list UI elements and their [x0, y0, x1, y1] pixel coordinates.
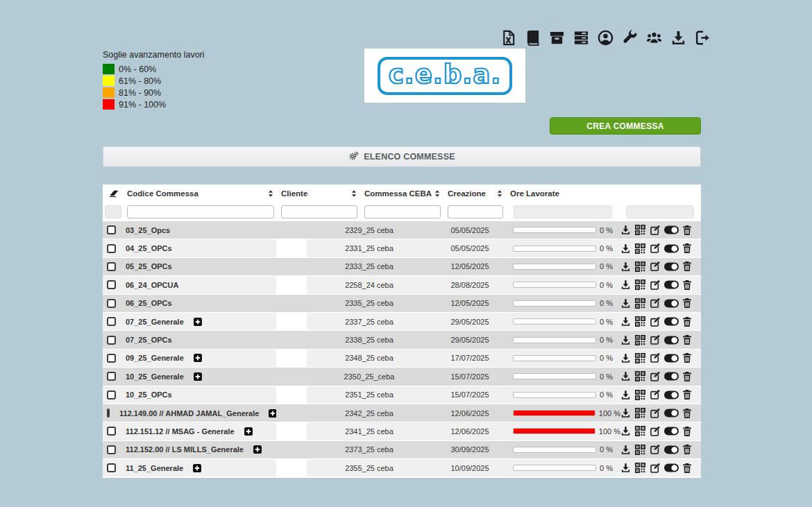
- trash-icon[interactable]: [682, 463, 692, 474]
- edit-icon[interactable]: [650, 426, 661, 437]
- download-icon[interactable]: [620, 225, 631, 235]
- toggle-icon[interactable]: [664, 390, 679, 399]
- trash-icon[interactable]: [682, 243, 692, 254]
- qrcode-icon[interactable]: [634, 370, 646, 382]
- edit-icon[interactable]: [650, 280, 661, 291]
- trash-icon[interactable]: [682, 316, 692, 327]
- row-checkbox[interactable]: [107, 463, 116, 472]
- qrcode-icon[interactable]: [634, 407, 646, 419]
- row-checkbox[interactable]: [107, 336, 116, 345]
- download-icon[interactable]: [620, 280, 631, 290]
- toggle-icon[interactable]: [664, 336, 679, 345]
- qrcode-icon[interactable]: [634, 261, 646, 273]
- filter-input-cliente[interactable]: [281, 205, 357, 218]
- row-checkbox[interactable]: [107, 299, 116, 308]
- edit-icon[interactable]: [650, 389, 661, 400]
- toggle-icon[interactable]: [664, 445, 679, 454]
- qrcode-icon[interactable]: [634, 279, 646, 291]
- excel-export-icon[interactable]: [500, 29, 516, 46]
- toggle-icon[interactable]: [664, 372, 679, 381]
- toggle-icon[interactable]: [664, 409, 679, 418]
- row-checkbox[interactable]: [107, 280, 116, 289]
- sort-icon-commessa-ceba[interactable]: [434, 189, 440, 198]
- qrcode-icon[interactable]: [634, 352, 646, 364]
- row-checkbox[interactable]: [107, 244, 116, 253]
- qrcode-icon[interactable]: [634, 425, 646, 437]
- qrcode-icon[interactable]: [634, 224, 646, 236]
- plus-square-icon[interactable]: [193, 464, 201, 472]
- qrcode-icon[interactable]: [634, 389, 646, 401]
- toggle-icon[interactable]: [664, 244, 679, 253]
- row-checkbox[interactable]: [107, 225, 116, 234]
- edit-icon[interactable]: [650, 261, 661, 272]
- row-checkbox[interactable]: [107, 317, 116, 326]
- server-icon[interactable]: [573, 29, 589, 46]
- trash-icon[interactable]: [682, 371, 692, 382]
- download-icon[interactable]: [620, 316, 631, 327]
- edit-icon[interactable]: [650, 444, 661, 455]
- plus-square-icon[interactable]: [244, 427, 253, 436]
- trash-icon[interactable]: [682, 261, 692, 272]
- users-icon[interactable]: [645, 29, 662, 46]
- trash-icon[interactable]: [682, 426, 692, 437]
- download-icon[interactable]: [620, 298, 631, 309]
- download-icon[interactable]: [620, 335, 631, 345]
- edit-icon[interactable]: [650, 334, 661, 345]
- qrcode-icon[interactable]: [634, 316, 646, 327]
- row-checkbox[interactable]: [107, 262, 116, 271]
- plus-square-icon[interactable]: [194, 354, 202, 362]
- edit-icon[interactable]: [650, 371, 661, 382]
- eraser-icon[interactable]: [108, 188, 121, 199]
- edit-icon[interactable]: [650, 225, 661, 236]
- qrcode-icon[interactable]: [634, 444, 646, 456]
- download-icon[interactable]: [620, 371, 631, 381]
- filter-input-codice[interactable]: [127, 205, 274, 218]
- row-checkbox[interactable]: [107, 445, 116, 454]
- trash-icon[interactable]: [682, 389, 692, 400]
- archive-icon[interactable]: [548, 29, 565, 46]
- row-checkbox[interactable]: [107, 409, 110, 418]
- download-icon[interactable]: [620, 426, 631, 436]
- qrcode-icon[interactable]: [634, 334, 646, 346]
- row-checkbox[interactable]: [107, 354, 116, 363]
- crea-commessa-button[interactable]: CREA COMMESSA: [550, 117, 701, 135]
- toggle-icon[interactable]: [664, 463, 679, 472]
- plus-square-icon[interactable]: [194, 318, 202, 326]
- wrench-icon[interactable]: [621, 29, 638, 46]
- qrcode-icon[interactable]: [634, 298, 646, 309]
- plus-square-icon[interactable]: [194, 372, 202, 381]
- sort-icon-codice[interactable]: [268, 189, 273, 198]
- edit-icon[interactable]: [650, 408, 661, 419]
- edit-icon[interactable]: [650, 298, 661, 309]
- sort-icon-cliente[interactable]: [351, 189, 357, 198]
- download-icon[interactable]: [620, 445, 631, 455]
- download-icon[interactable]: [670, 29, 686, 46]
- download-icon[interactable]: [620, 261, 631, 272]
- filter-input-creazione[interactable]: [448, 205, 503, 218]
- row-checkbox[interactable]: [107, 390, 116, 399]
- edit-icon[interactable]: [650, 243, 661, 254]
- toggle-icon[interactable]: [664, 354, 679, 363]
- journal-icon[interactable]: [524, 29, 541, 46]
- toggle-icon[interactable]: [664, 280, 679, 289]
- download-icon[interactable]: [620, 243, 631, 254]
- trash-icon[interactable]: [682, 444, 692, 455]
- row-checkbox[interactable]: [107, 372, 116, 381]
- trash-icon[interactable]: [682, 334, 692, 345]
- row-checkbox[interactable]: [107, 427, 116, 436]
- filter-input-commessa-ceba[interactable]: [364, 205, 441, 218]
- download-icon[interactable]: [620, 353, 631, 363]
- user-circle-icon[interactable]: [597, 29, 614, 46]
- edit-icon[interactable]: [650, 463, 661, 474]
- trash-icon[interactable]: [682, 298, 692, 309]
- toggle-icon[interactable]: [664, 317, 679, 326]
- plus-square-icon[interactable]: [253, 445, 262, 454]
- sort-icon-creazione[interactable]: [497, 189, 502, 198]
- toggle-icon[interactable]: [664, 299, 679, 308]
- edit-icon[interactable]: [650, 316, 661, 327]
- download-icon[interactable]: [620, 390, 631, 400]
- trash-icon[interactable]: [682, 408, 692, 419]
- trash-icon[interactable]: [682, 280, 692, 291]
- toggle-icon[interactable]: [664, 225, 679, 234]
- qrcode-icon[interactable]: [634, 462, 646, 474]
